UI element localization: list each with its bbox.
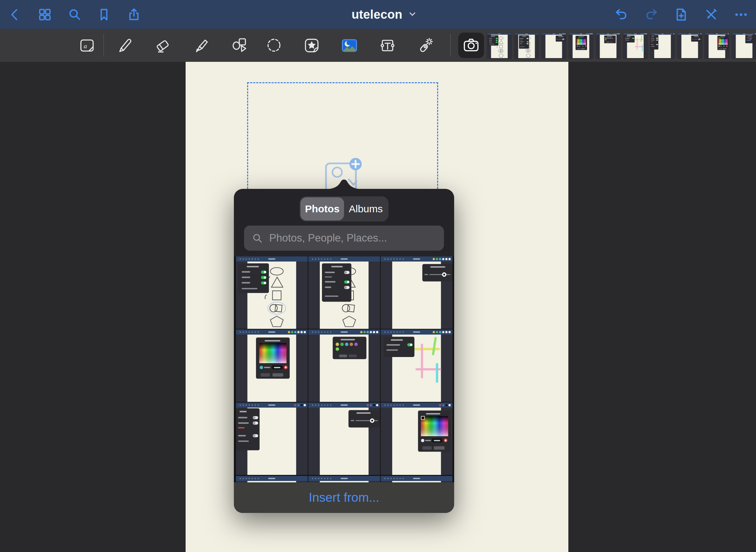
photos-popover: Photos Albums Insert from... — [234, 189, 454, 513]
zoom-window-icon: a — [78, 36, 96, 55]
image-icon — [340, 36, 359, 55]
photo-thumbnail[interactable] — [236, 256, 308, 329]
page-thumbnail[interactable] — [732, 33, 756, 58]
redo-button[interactable] — [644, 7, 659, 22]
highlighter-tool[interactable] — [192, 35, 211, 56]
photos-search-field[interactable] — [244, 226, 444, 251]
search-icon — [67, 7, 82, 22]
laser-pointer-icon — [416, 36, 434, 55]
eraser-tool[interactable] — [153, 35, 172, 56]
text-tool[interactable] — [378, 35, 397, 56]
text-icon — [378, 36, 397, 55]
photo-thumbnail[interactable] — [381, 403, 452, 475]
chevron-down-icon — [408, 10, 417, 20]
photos-albums-segmented-control: Photos Albums — [299, 196, 389, 221]
more-icon — [734, 7, 749, 22]
photo-thumbnail[interactable] — [381, 256, 452, 329]
toolbar: a — [0, 29, 756, 62]
laser-pointer-tool[interactable] — [416, 35, 435, 56]
lasso-tool[interactable] — [264, 35, 284, 56]
popover-arrow — [325, 178, 363, 189]
read-only-mode-button[interactable] — [704, 7, 719, 22]
add-page-button[interactable] — [674, 7, 689, 22]
page-thumbnail[interactable] — [650, 33, 675, 58]
page-thumbnail-strip — [485, 29, 756, 62]
more-button[interactable] — [734, 7, 749, 22]
add-badge-icon — [349, 158, 362, 170]
page-thumbnail[interactable] — [705, 33, 729, 58]
undo-icon — [614, 7, 629, 22]
share-button[interactable] — [126, 7, 141, 22]
page-thumbnail[interactable] — [677, 33, 702, 58]
elements-tool[interactable] — [302, 35, 321, 56]
shapes-tool[interactable] — [229, 35, 248, 56]
photo-thumbnail[interactable] — [236, 330, 308, 402]
add-page-icon — [674, 7, 689, 22]
photo-grid — [234, 256, 454, 482]
photo-thumbnail-partial[interactable] — [381, 476, 452, 482]
undo-button[interactable] — [614, 7, 629, 22]
app-window: utelecon a Pho — [0, 0, 756, 552]
photo-thumbnail[interactable] — [308, 256, 380, 329]
pages-overview-button[interactable] — [37, 7, 52, 22]
photo-thumbnail[interactable] — [308, 403, 380, 475]
image-tool-active[interactable] — [340, 35, 359, 56]
elements-icon — [303, 36, 321, 55]
photo-thumbnail[interactable] — [236, 403, 308, 475]
eraser-icon — [153, 36, 172, 55]
insert-from-button[interactable]: Insert from... — [234, 482, 454, 513]
zoom-window-tool[interactable]: a — [78, 35, 97, 56]
tab-photos[interactable]: Photos — [300, 197, 344, 220]
camera-icon — [462, 36, 480, 55]
camera-button[interactable] — [458, 33, 484, 58]
page-thumbnail[interactable] — [569, 33, 593, 58]
search-button[interactable] — [67, 7, 82, 22]
photo-thumbnail-partial[interactable] — [308, 476, 380, 482]
photo-thumbnail[interactable] — [381, 330, 452, 402]
page-thumbnail[interactable] — [596, 33, 620, 58]
svg-text:a: a — [84, 42, 87, 50]
tab-albums[interactable]: Albums — [344, 197, 388, 220]
page-thumbnail[interactable] — [542, 33, 566, 58]
back-button[interactable] — [7, 7, 22, 22]
navigation-bar: utelecon — [0, 0, 756, 29]
document-title: utelecon — [351, 7, 402, 22]
lasso-icon — [265, 36, 283, 55]
toolbar-divider — [450, 34, 451, 57]
page-thumbnail[interactable] — [514, 33, 539, 58]
document-title-button[interactable]: utelecon — [351, 7, 417, 22]
highlighter-icon — [192, 36, 210, 55]
page-thumbnail[interactable] — [487, 33, 512, 58]
pen-icon — [115, 36, 134, 55]
insert-from-label: Insert from... — [309, 491, 379, 505]
bookmark-button[interactable] — [97, 7, 111, 22]
photos-search-input[interactable] — [269, 232, 436, 245]
pen-tool[interactable] — [115, 35, 134, 56]
share-icon — [126, 7, 141, 22]
back-icon — [7, 7, 22, 22]
toolbar-divider — [103, 34, 104, 57]
readonly-pen-icon — [704, 7, 719, 22]
redo-icon — [644, 7, 659, 22]
photo-thumbnail-partial[interactable] — [236, 476, 308, 482]
search-icon — [252, 232, 263, 244]
page-thumbnail[interactable] — [623, 33, 648, 58]
photo-thumbnail[interactable] — [308, 330, 380, 402]
pages-overview-icon — [37, 7, 52, 22]
shapes-icon — [230, 36, 248, 55]
bookmark-icon — [97, 7, 111, 22]
